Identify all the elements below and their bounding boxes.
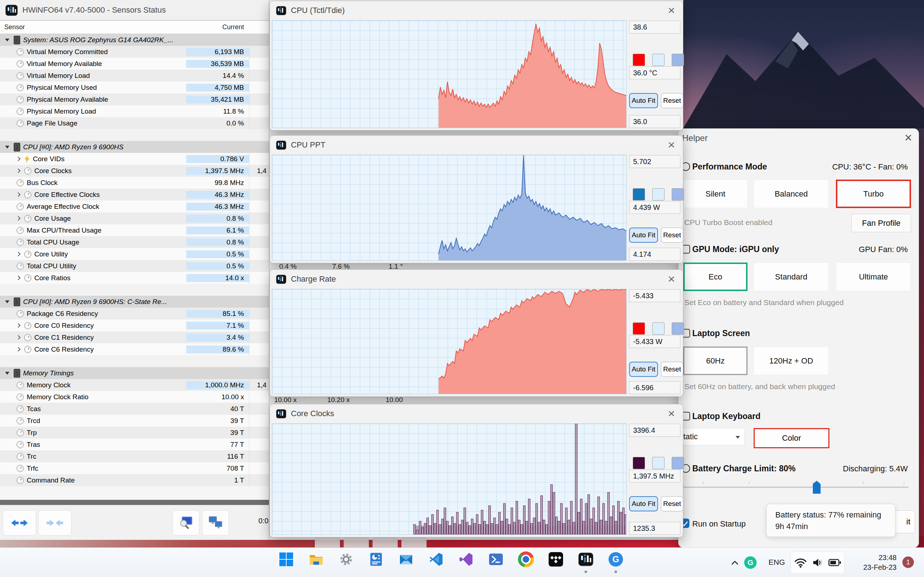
expand-chevron-icon[interactable]	[16, 156, 21, 161]
sensor-row[interactable]: Trc116 T	[0, 450, 269, 462]
keyboard-color-button[interactable]: Color	[754, 428, 829, 448]
collapse-chevron-icon[interactable]	[5, 39, 10, 42]
reset-button[interactable]: Reset	[661, 227, 683, 243]
close-icon[interactable]: ×	[668, 272, 675, 285]
sensor-row[interactable]: Core Ratios14.0 x	[0, 272, 269, 284]
close-icon[interactable]: ×	[668, 406, 675, 420]
auto-fit-button[interactable]: Auto Fit	[629, 93, 658, 108]
expand-chevron-icon[interactable]	[16, 192, 21, 197]
tray-overflow-button[interactable]	[728, 556, 742, 570]
sensor-row[interactable]: Package C6 Residency85.1 %	[0, 308, 269, 319]
sensor-section-row[interactable]: System: ASUS ROG Zephyrus G14 GA402RK_..…	[0, 34, 269, 46]
sensor-section-row[interactable]: CPU [#0]: AMD Ryzen 9 6900HS	[0, 141, 269, 153]
battery-limit-slider[interactable]	[680, 487, 908, 488]
expand-chevron-icon[interactable]	[16, 276, 21, 280]
graph-titlebar[interactable]: CPU (Tctl/Tdie)	[270, 1, 683, 20]
sensor-row[interactable]: Memory Clock1,000.0 MHz	[0, 379, 269, 391]
fan-profile-button[interactable]: Fan Profile	[851, 214, 911, 232]
auto-fit-button[interactable]: Auto Fit	[629, 496, 658, 511]
taskbar-icon-tidal[interactable]	[544, 551, 568, 574]
sensor-row[interactable]: Total CPU Utility0.5 %	[0, 260, 269, 272]
sensor-row[interactable]: Trfc708 T	[0, 462, 269, 474]
grid-color-swatch[interactable]	[672, 322, 684, 335]
taskbar-icon-system-monitor[interactable]	[364, 551, 388, 574]
sensor-row[interactable]: Core Effective Clocks46.3 MHz	[0, 189, 269, 200]
standard-gpu-button[interactable]: Standard	[754, 263, 829, 291]
column-header-current[interactable]: Current	[186, 23, 249, 31]
graph-titlebar[interactable]: Charge Rate	[270, 270, 683, 288]
system-summary-button[interactable]	[173, 510, 199, 535]
reset-button[interactable]: Reset	[661, 93, 683, 108]
taskbar-icon-g-helper[interactable]: G	[604, 551, 628, 574]
sensor-row[interactable]: Core Clocks1,397.5 MHz	[0, 165, 269, 177]
sensor-row[interactable]: Trcd39 T	[0, 415, 269, 427]
grammarly-tray-icon[interactable]: G	[743, 556, 757, 569]
close-icon[interactable]: ×	[905, 130, 912, 145]
sensor-row[interactable]: Core Usage0.8 %	[0, 213, 269, 224]
sensor-row[interactable]: Command Rate1 T	[0, 474, 269, 486]
close-icon[interactable]: ×	[668, 138, 675, 152]
collapse-chevron-icon[interactable]	[5, 372, 10, 375]
ultimate-gpu-button[interactable]: Ultimate	[836, 263, 911, 291]
taskbar-icon-mail[interactable]	[394, 551, 418, 574]
hwinfo-titlebar[interactable]: HWiNFO64 v7.40-5000 - Sensors Status	[0, 0, 269, 21]
quit-button-fragment[interactable]: it	[894, 510, 915, 533]
sensor-row[interactable]: Core VIDs0.786 V	[0, 153, 269, 165]
sensor-section-row[interactable]: CPU [#0]: AMD Ryzen 9 6900HS: C-State Re…	[0, 296, 269, 308]
eco-gpu-button[interactable]: Eco	[683, 263, 748, 291]
expand-chevron-icon[interactable]	[16, 347, 21, 351]
collapse-columns-button[interactable]	[38, 510, 71, 535]
series-color-swatch[interactable]	[633, 457, 645, 469]
sensor-row[interactable]: Memory Clock Ratio10.00 x	[0, 391, 269, 403]
taskbar-icon-vscode[interactable]	[424, 551, 448, 574]
sensor-row[interactable]: Core C0 Residency7.1 %	[0, 319, 269, 331]
language-indicator[interactable]: ENG	[767, 558, 787, 567]
sensor-row[interactable]: Virtual Memory Available36,539 MB	[0, 58, 269, 69]
expand-chevron-icon[interactable]	[16, 323, 21, 328]
series-color-swatch[interactable]	[633, 54, 645, 66]
sensor-row[interactable]: Virtual Memory Load14.4 %	[0, 69, 269, 82]
sensor-row[interactable]: Physical Memory Used4,750 MB	[0, 82, 269, 93]
sensor-row[interactable]: Physical Memory Load11.8 %	[0, 105, 269, 117]
taskbar-icon-visual-studio[interactable]	[454, 551, 478, 574]
column-header-sensor[interactable]: Sensor	[4, 23, 25, 31]
keyboard-mode-dropdown[interactable]: tatic	[679, 428, 745, 445]
collapse-chevron-icon[interactable]	[5, 300, 10, 303]
grid-color-swatch[interactable]	[672, 188, 684, 200]
sensor-section-row[interactable]: Memory Timings	[0, 367, 269, 379]
reset-button[interactable]: Reset	[661, 362, 683, 377]
auto-fit-button[interactable]: Auto Fit	[629, 362, 658, 377]
tray-quick-settings[interactable]	[790, 551, 845, 574]
taskbar-icon-explorer[interactable]	[304, 551, 328, 574]
expand-columns-button[interactable]	[3, 510, 36, 535]
remote-monitoring-button[interactable]	[202, 510, 229, 535]
sensor-row[interactable]: Page File Usage0.0 %	[0, 117, 269, 129]
silent-mode-button[interactable]: Silent	[683, 180, 748, 208]
sensor-row[interactable]: Tcas40 T	[0, 403, 269, 415]
sensor-row[interactable]: Physical Memory Available35,421 MB	[0, 93, 269, 105]
background-color-swatch[interactable]	[652, 322, 664, 335]
background-color-swatch[interactable]	[652, 457, 664, 469]
notification-badge[interactable]: 1	[902, 556, 914, 568]
graph-titlebar[interactable]: Core Clocks	[270, 404, 683, 423]
balanced-mode-button[interactable]: Balanced	[754, 180, 829, 208]
taskbar-icon-hwinfo[interactable]	[574, 551, 598, 574]
series-color-swatch[interactable]	[633, 322, 645, 335]
expand-chevron-icon[interactable]	[16, 216, 21, 221]
refresh-120hz-button[interactable]: 120Hz + OD	[754, 347, 829, 375]
close-icon[interactable]: ×	[668, 3, 675, 17]
background-color-swatch[interactable]	[652, 188, 664, 200]
turbo-mode-button[interactable]: Turbo	[836, 180, 911, 208]
refresh-60hz-button[interactable]: 60Hz	[683, 347, 748, 375]
series-color-swatch[interactable]	[633, 188, 645, 200]
expand-chevron-icon[interactable]	[16, 335, 21, 340]
background-color-swatch[interactable]	[652, 54, 664, 66]
sensor-row[interactable]: Tras77 T	[0, 438, 269, 450]
taskbar-icon-settings[interactable]	[334, 551, 358, 574]
reset-button[interactable]: Reset	[661, 496, 683, 511]
taskbar-icon-start[interactable]	[274, 551, 298, 574]
expand-chevron-icon[interactable]	[16, 168, 21, 173]
sensor-row[interactable]: Max CPU/Thread Usage6.1 %	[0, 224, 269, 236]
sensor-row[interactable]: Virtual Memory Committed6,193 MB	[0, 46, 269, 58]
sensor-row[interactable]: Bus Clock99.8 MHz	[0, 177, 269, 189]
